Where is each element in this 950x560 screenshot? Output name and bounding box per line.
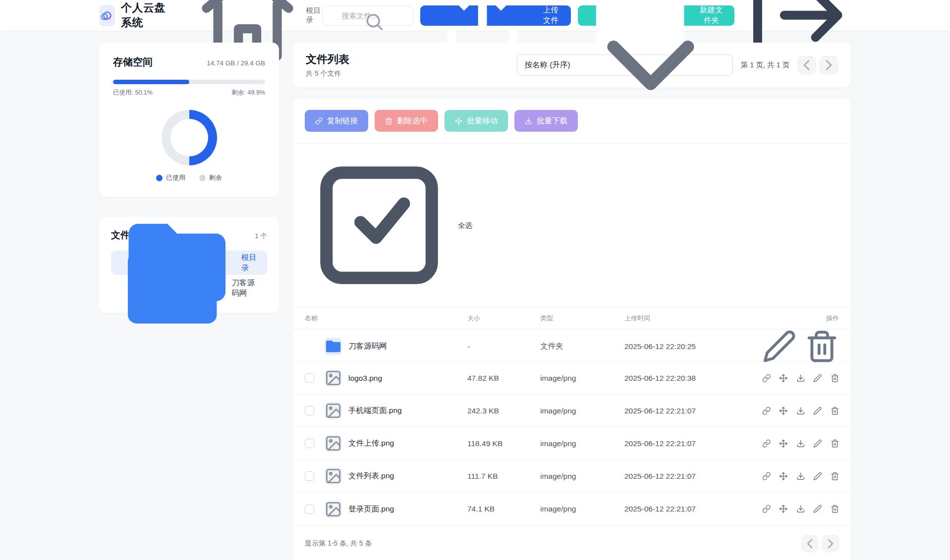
footer-count-text: 显示第 1-5 条, 共 5 条: [305, 539, 372, 548]
table-header-row: 名称 大小 类型 上传时间 操作: [293, 307, 851, 329]
legend-used-dot: [156, 175, 163, 181]
upload-file-label: 上传文件: [540, 5, 561, 26]
file-upload-time: 2025-06-12 22:21:07: [624, 439, 762, 448]
file-name[interactable]: 登录页面.png: [348, 504, 467, 514]
legend-free: 剩余: [199, 173, 222, 182]
sidebar-folder-daoke[interactable]: 刀客源码网: [111, 276, 267, 300]
table-row: logo3.png47.82 KBimage/png2025-06-12 22:…: [293, 362, 851, 395]
batch-actions-bar: 复制链接删除选中批量移动批量下载: [293, 99, 851, 144]
file-size: 74.1 KB: [467, 505, 540, 513]
copy-link-icon[interactable]: [762, 374, 771, 382]
batch-button-label: 删除选中: [397, 116, 428, 126]
file-size: -: [467, 342, 540, 351]
copy-link-icon[interactable]: [762, 439, 771, 448]
file-list-header-card: 文件列表 共 5 个文件 按名称 (升序) 第 1 页, 共 1 页: [293, 43, 851, 88]
next-page-button[interactable]: [822, 535, 839, 552]
folders-card: 文件夹 1 个 根目录 刀客源码网: [99, 217, 279, 313]
file-upload-time: 2025-06-12 22:20:25: [624, 342, 762, 351]
file-upload-time: 2025-06-12 22:21:07: [624, 407, 762, 415]
row-checkbox[interactable]: [305, 406, 314, 415]
table-body: 刀客源码网-文件夹2025-06-12 22:20:25logo3.png47.…: [293, 329, 851, 525]
search-box: [322, 5, 413, 26]
edit-icon[interactable]: [762, 329, 796, 363]
file-name[interactable]: 手机端页面.png: [348, 406, 467, 416]
chevron-down-icon: [576, 0, 725, 140]
delete-icon[interactable]: [831, 407, 839, 415]
folder-item-label: 刀客源码网: [231, 278, 259, 299]
storage-usage-text: 14.74 GB / 29.4 GB: [207, 59, 265, 67]
batch-download-button[interactable]: 批量下载: [514, 110, 578, 132]
column-name: 名称: [305, 314, 467, 323]
chevron-left-icon: [798, 56, 815, 74]
file-name[interactable]: logo3.png: [348, 374, 467, 383]
row-checkbox[interactable]: [305, 373, 314, 383]
download-icon[interactable]: [796, 439, 805, 448]
download-icon[interactable]: [796, 407, 805, 415]
edit-icon[interactable]: [813, 407, 822, 415]
legend-used: 已使用: [156, 173, 185, 182]
row-checkbox[interactable]: [305, 439, 314, 448]
column-type: 类型: [540, 314, 624, 323]
sort-select-value: 按名称 (升序): [525, 60, 570, 70]
storage-progress-bar: [113, 80, 265, 84]
copy-link-icon[interactable]: [762, 407, 771, 415]
delete-icon[interactable]: [831, 505, 839, 513]
delete-icon[interactable]: [831, 374, 839, 382]
folder-item-label: 根目录: [241, 253, 259, 273]
upload-file-button[interactable]: 上传文件: [420, 5, 571, 26]
delete-icon[interactable]: [831, 472, 839, 480]
download-icon[interactable]: [796, 374, 805, 382]
file-name[interactable]: 文件上传.png: [348, 438, 467, 449]
edit-icon[interactable]: [813, 439, 822, 448]
file-name[interactable]: 刀客源码网: [348, 341, 467, 352]
batch-move-button[interactable]: 批量移动: [445, 110, 508, 132]
legend-free-label: 剩余: [209, 173, 222, 182]
move-icon[interactable]: [779, 407, 787, 415]
storage-title: 存储空间: [113, 55, 153, 69]
move-icon[interactable]: [779, 374, 787, 382]
file-list-title: 文件列表: [306, 52, 349, 67]
batch-button-label: 复制链接: [327, 116, 358, 126]
move-icon[interactable]: [779, 439, 787, 448]
prev-page-button[interactable]: [797, 56, 816, 74]
copy-link-icon[interactable]: [762, 472, 771, 480]
row-checkbox[interactable]: [305, 471, 314, 481]
folder-icon: [119, 235, 225, 341]
move-icon[interactable]: [779, 505, 787, 513]
delete-icon[interactable]: [831, 439, 839, 448]
legend-used-label: 已使用: [166, 173, 185, 182]
sort-select[interactable]: 按名称 (升序): [517, 54, 733, 76]
file-type: 文件夹: [540, 341, 624, 352]
row-checkbox[interactable]: [305, 505, 314, 514]
file-size: 242.3 KB: [467, 407, 540, 415]
delete-icon[interactable]: [805, 329, 839, 363]
file-upload-time: 2025-06-12 22:20:38: [624, 374, 762, 383]
chevron-right-icon: [820, 56, 838, 74]
next-page-button[interactable]: [820, 56, 838, 74]
file-upload-time: 2025-06-12 22:21:07: [624, 505, 762, 513]
file-size: 47.82 KB: [467, 374, 540, 383]
move-icon[interactable]: [779, 472, 787, 480]
cloud-logo-icon: [99, 7, 115, 23]
edit-icon[interactable]: [813, 505, 822, 513]
folder-file-icon: [325, 338, 342, 355]
table-row: 文件上传.png118.49 KBimage/png2025-06-12 22:…: [293, 427, 851, 460]
image-file-icon: [325, 435, 342, 452]
file-type: image/png: [540, 439, 624, 448]
edit-icon[interactable]: [813, 472, 822, 480]
edit-icon[interactable]: [813, 374, 822, 382]
prev-page-button[interactable]: [801, 535, 818, 552]
file-name[interactable]: 文件列表.png: [348, 471, 467, 481]
top-navbar: 个人云盘系统 根目录 上传文件 新建文件夹: [0, 0, 950, 31]
download-icon[interactable]: [796, 505, 805, 513]
download-icon[interactable]: [796, 472, 805, 480]
batch-link-button[interactable]: 复制链接: [305, 110, 368, 132]
sidebar: 存储空间 14.74 GB / 29.4 GB 已使用: 50.1% 剩余: 4…: [99, 43, 279, 313]
select-all-toggle[interactable]: 全选: [293, 144, 851, 307]
batch-trash-button[interactable]: 删除选中: [375, 110, 438, 132]
chevron-right-icon: [823, 536, 838, 552]
file-upload-time: 2025-06-12 22:21:07: [624, 472, 762, 481]
batch-button-label: 批量移动: [467, 116, 498, 126]
chevron-left-icon: [802, 536, 818, 552]
copy-link-icon[interactable]: [762, 505, 771, 513]
